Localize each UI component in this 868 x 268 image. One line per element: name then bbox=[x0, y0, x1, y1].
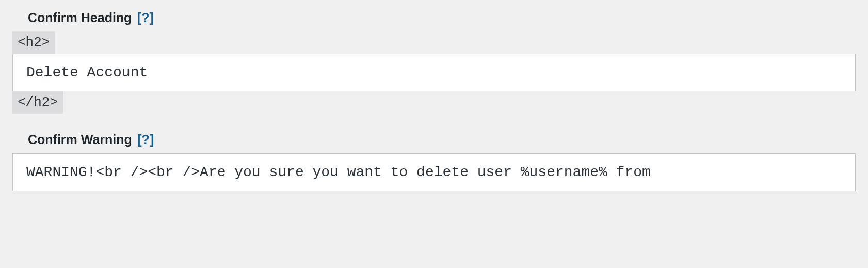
confirm-heading-tag-close: </h2> bbox=[12, 91, 63, 114]
confirm-heading-tag-open: <h2> bbox=[12, 31, 55, 54]
confirm-warning-group: Confirm Warning [?] bbox=[12, 132, 856, 191]
confirm-warning-label: Confirm Warning bbox=[28, 132, 132, 147]
confirm-heading-label-row: Confirm Heading [?] bbox=[28, 10, 856, 25]
confirm-heading-input[interactable] bbox=[12, 54, 856, 91]
confirm-warning-input[interactable] bbox=[12, 153, 856, 191]
confirm-heading-label: Confirm Heading bbox=[28, 10, 132, 25]
confirm-heading-group: Confirm Heading [?] <h2> </h2> bbox=[12, 10, 856, 114]
confirm-warning-help-link[interactable]: [?] bbox=[137, 132, 154, 147]
confirm-warning-label-row: Confirm Warning [?] bbox=[28, 132, 856, 147]
settings-container: Confirm Heading [?] <h2> </h2> Confirm W… bbox=[0, 0, 868, 220]
confirm-heading-help-link[interactable]: [?] bbox=[137, 10, 154, 25]
